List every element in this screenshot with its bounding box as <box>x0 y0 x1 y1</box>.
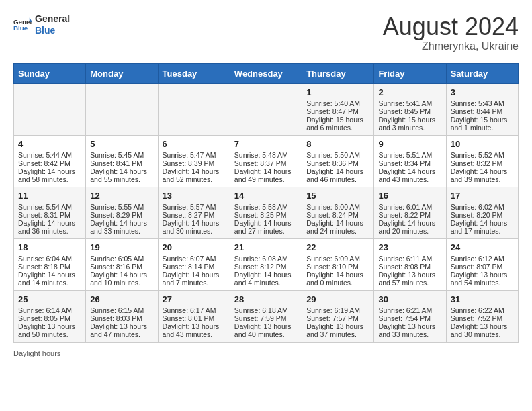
sunrise-text: Sunrise: 6:05 AM <box>90 255 153 263</box>
calendar-cell: 20Sunrise: 6:07 AMSunset: 8:14 PMDayligh… <box>158 238 230 290</box>
day-number: 27 <box>163 294 226 304</box>
daylight-text: Daylight: 14 hours and 0 minutes. <box>306 271 369 287</box>
calendar-cell: 31Sunrise: 6:22 AMSunset: 7:52 PMDayligh… <box>446 290 518 342</box>
sunrise-text: Sunrise: 5:57 AM <box>163 203 226 211</box>
day-number: 11 <box>18 191 81 201</box>
day-number: 13 <box>163 191 226 201</box>
daylight-text: Daylight: 13 hours and 57 minutes. <box>378 271 441 287</box>
sunset-text: Sunset: 8:22 PM <box>378 211 441 219</box>
daylight-text: Daylight: 14 hours and 58 minutes. <box>18 167 81 183</box>
sunrise-text: Sunrise: 6:18 AM <box>234 306 298 314</box>
logo-text-blue: Blue <box>35 25 70 36</box>
sunset-text: Sunset: 8:24 PM <box>306 211 369 219</box>
daylight-text: Daylight: 13 hours and 37 minutes. <box>306 322 369 338</box>
calendar-header-friday: Friday <box>374 63 446 83</box>
sunrise-text: Sunrise: 5:55 AM <box>90 203 153 211</box>
daylight-text: Daylight: 14 hours and 4 minutes. <box>234 271 298 287</box>
daylight-text: Daylight: 14 hours and 30 minutes. <box>163 219 226 235</box>
calendar-table: SundayMondayTuesdayWednesdayThursdayFrid… <box>13 63 519 342</box>
day-number: 24 <box>451 242 514 253</box>
calendar-cell: 23Sunrise: 6:11 AMSunset: 8:08 PMDayligh… <box>374 238 446 290</box>
day-number: 9 <box>378 139 441 149</box>
day-number: 25 <box>18 294 81 304</box>
daylight-text: Daylight: 14 hours and 46 minutes. <box>306 167 369 183</box>
sunset-text: Sunset: 8:41 PM <box>90 159 153 167</box>
day-number: 16 <box>378 191 441 201</box>
day-number: 22 <box>306 242 369 253</box>
sunrise-text: Sunrise: 6:14 AM <box>18 306 81 314</box>
day-number: 19 <box>90 242 153 253</box>
sunset-text: Sunset: 8:32 PM <box>451 159 514 167</box>
footer-text: Daylight hours <box>13 349 60 357</box>
day-number: 23 <box>378 242 441 253</box>
daylight-text: Daylight: 13 hours and 50 minutes. <box>18 322 81 338</box>
day-number: 26 <box>90 294 153 304</box>
calendar-week-row: 25Sunrise: 6:14 AMSunset: 8:05 PMDayligh… <box>14 290 519 342</box>
day-number: 12 <box>90 191 153 201</box>
daylight-text: Daylight: 14 hours and 14 minutes. <box>18 271 81 287</box>
sunrise-text: Sunrise: 6:11 AM <box>378 255 441 263</box>
calendar-week-row: 1Sunrise: 5:40 AMSunset: 8:47 PMDaylight… <box>14 83 519 135</box>
calendar-cell: 30Sunrise: 6:21 AMSunset: 7:54 PMDayligh… <box>374 290 446 342</box>
calendar-cell: 9Sunrise: 5:51 AMSunset: 8:34 PMDaylight… <box>374 135 446 187</box>
sunrise-text: Sunrise: 6:00 AM <box>306 203 369 211</box>
title-block: August 2024 Zhmerynka, Ukraine <box>383 13 519 52</box>
sunset-text: Sunset: 8:34 PM <box>378 159 441 167</box>
calendar-cell: 15Sunrise: 6:00 AMSunset: 8:24 PMDayligh… <box>302 187 374 238</box>
daylight-text: Daylight: 14 hours and 24 minutes. <box>306 219 369 235</box>
svg-text:Blue: Blue <box>13 24 28 32</box>
daylight-text: Daylight: 14 hours and 43 minutes. <box>378 167 441 183</box>
sunset-text: Sunset: 8:10 PM <box>306 263 369 271</box>
sunrise-text: Sunrise: 6:04 AM <box>18 255 81 263</box>
sunset-text: Sunset: 7:52 PM <box>451 314 514 322</box>
sunrise-text: Sunrise: 6:07 AM <box>163 255 226 263</box>
sunset-text: Sunset: 8:45 PM <box>378 107 441 116</box>
calendar-cell: 11Sunrise: 5:54 AMSunset: 8:31 PMDayligh… <box>14 187 86 238</box>
calendar-cell <box>230 83 302 135</box>
sunrise-text: Sunrise: 5:43 AM <box>451 99 514 107</box>
day-number: 28 <box>234 294 298 304</box>
calendar-cell: 21Sunrise: 6:08 AMSunset: 8:12 PMDayligh… <box>230 238 302 290</box>
sunset-text: Sunset: 7:57 PM <box>306 314 369 322</box>
daylight-text: Daylight: 14 hours and 20 minutes. <box>378 219 441 235</box>
sunrise-text: Sunrise: 6:08 AM <box>234 255 298 263</box>
footer: Daylight hours <box>13 349 519 357</box>
sunset-text: Sunset: 8:18 PM <box>18 263 81 271</box>
sunrise-text: Sunrise: 6:02 AM <box>451 203 514 211</box>
day-number: 20 <box>163 242 226 253</box>
calendar-cell: 1Sunrise: 5:40 AMSunset: 8:47 PMDaylight… <box>302 83 374 135</box>
calendar-cell: 8Sunrise: 5:50 AMSunset: 8:36 PMDaylight… <box>302 135 374 187</box>
daylight-text: Daylight: 14 hours and 10 minutes. <box>90 271 153 287</box>
calendar-week-row: 18Sunrise: 6:04 AMSunset: 8:18 PMDayligh… <box>14 238 519 290</box>
sunrise-text: Sunrise: 6:01 AM <box>378 203 441 211</box>
calendar-cell: 29Sunrise: 6:19 AMSunset: 7:57 PMDayligh… <box>302 290 374 342</box>
day-number: 7 <box>234 139 298 149</box>
sunset-text: Sunset: 8:42 PM <box>18 159 81 167</box>
calendar-cell: 27Sunrise: 6:17 AMSunset: 8:01 PMDayligh… <box>158 290 230 342</box>
sunrise-text: Sunrise: 6:09 AM <box>306 255 369 263</box>
sunrise-text: Sunrise: 6:19 AM <box>306 306 369 314</box>
sunset-text: Sunset: 8:14 PM <box>163 263 226 271</box>
sunset-text: Sunset: 8:36 PM <box>306 159 369 167</box>
daylight-text: Daylight: 13 hours and 33 minutes. <box>378 322 441 338</box>
daylight-text: Daylight: 14 hours and 36 minutes. <box>18 219 81 235</box>
sunrise-text: Sunrise: 5:40 AM <box>306 99 369 107</box>
calendar-header-thursday: Thursday <box>302 63 374 83</box>
day-number: 15 <box>306 191 369 201</box>
day-number: 10 <box>451 139 514 149</box>
calendar-cell: 10Sunrise: 5:52 AMSunset: 8:32 PMDayligh… <box>446 135 518 187</box>
day-number: 31 <box>451 294 514 304</box>
sunset-text: Sunset: 8:05 PM <box>18 314 81 322</box>
sunset-text: Sunset: 8:07 PM <box>451 263 514 271</box>
calendar-cell: 12Sunrise: 5:55 AMSunset: 8:29 PMDayligh… <box>86 187 158 238</box>
daylight-text: Daylight: 13 hours and 40 minutes. <box>234 322 298 338</box>
sunset-text: Sunset: 8:16 PM <box>90 263 153 271</box>
day-number: 21 <box>234 242 298 253</box>
sunset-text: Sunset: 8:39 PM <box>163 159 226 167</box>
daylight-text: Daylight: 13 hours and 54 minutes. <box>451 271 514 287</box>
sunrise-text: Sunrise: 5:48 AM <box>234 151 298 159</box>
calendar-cell: 24Sunrise: 6:12 AMSunset: 8:07 PMDayligh… <box>446 238 518 290</box>
daylight-text: Daylight: 14 hours and 52 minutes. <box>163 167 226 183</box>
sunrise-text: Sunrise: 5:54 AM <box>18 203 81 211</box>
calendar-cell: 19Sunrise: 6:05 AMSunset: 8:16 PMDayligh… <box>86 238 158 290</box>
